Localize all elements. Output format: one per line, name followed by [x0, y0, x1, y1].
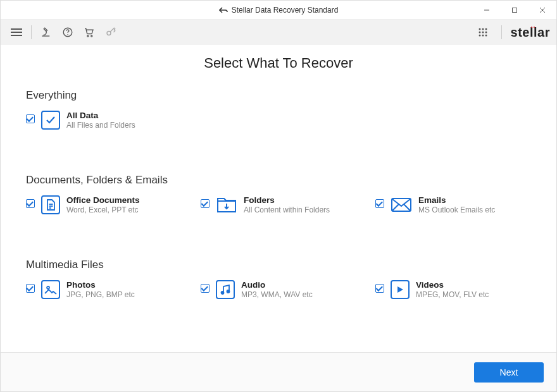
key-button[interactable] [101, 23, 120, 42]
toolbar: stellar [1, 20, 556, 45]
checkbox-all-data[interactable] [26, 114, 35, 123]
checkbox-office-documents[interactable] [26, 199, 35, 208]
svg-point-15 [485, 28, 487, 30]
svg-point-18 [485, 32, 487, 34]
svg-point-9 [67, 34, 68, 35]
item-title: All Data [66, 111, 135, 120]
svg-point-21 [485, 35, 487, 37]
checkbox-videos[interactable] [375, 284, 384, 293]
svg-point-10 [87, 35, 89, 37]
svg-point-29 [227, 290, 230, 293]
cart-icon [84, 27, 95, 38]
item-title: Folders [244, 195, 330, 205]
item-subtitle: All Content within Folders [244, 205, 330, 214]
audio-icon [216, 280, 235, 299]
svg-point-13 [479, 28, 480, 30]
section-everything: Everything All Data All Files and Folder… [26, 89, 531, 130]
item-title: Videos [416, 280, 489, 290]
maximize-button[interactable] [501, 1, 529, 19]
item-subtitle: Word, Excel, PPT etc [66, 205, 140, 214]
window-controls [473, 1, 556, 19]
file-icon [46, 199, 56, 211]
key-icon [105, 27, 116, 38]
email-icon [391, 197, 412, 213]
apps-grid-icon [478, 27, 488, 37]
svg-point-19 [479, 35, 480, 37]
check-icon [45, 115, 56, 125]
svg-rect-1 [513, 8, 517, 12]
image-icon [44, 285, 57, 295]
checkbox-emails[interactable] [375, 199, 384, 208]
item-subtitle: MP3, WMA, WAV etc [241, 290, 313, 299]
section-documents: Documents, Folders & Emails Office Docum… [26, 174, 531, 214]
footer: Next [1, 352, 556, 391]
item-subtitle: All Files and Folders [66, 121, 135, 130]
item-title: Office Documents [66, 195, 140, 205]
item-videos: Videos MPEG, MOV, FLV etc [375, 280, 531, 299]
next-button[interactable]: Next [474, 362, 544, 383]
item-subtitle: MPEG, MOV, FLV etc [416, 290, 489, 299]
checkbox-audio[interactable] [201, 284, 210, 293]
close-button[interactable] [529, 1, 556, 19]
photo-icon [41, 280, 60, 299]
svg-point-28 [222, 291, 224, 294]
svg-point-27 [47, 286, 49, 289]
item-audio: Audio MP3, WMA, WAV etc [201, 280, 356, 299]
music-icon [220, 284, 231, 295]
toolbar-divider [31, 25, 32, 39]
page-title: Select What To Recover [26, 55, 531, 71]
svg-point-16 [479, 32, 480, 34]
toolbar-divider [501, 25, 502, 39]
document-icon [41, 195, 60, 214]
cart-button[interactable] [80, 23, 99, 42]
svg-point-14 [482, 28, 484, 30]
item-office-documents: Office Documents Word, Excel, PPT etc [26, 195, 182, 214]
all-data-icon [41, 111, 60, 130]
folder-icon [216, 195, 237, 214]
item-all-data: All Data All Files and Folders [26, 111, 531, 130]
help-button[interactable] [58, 23, 77, 42]
microscope-icon [41, 27, 52, 38]
menu-button[interactable] [7, 23, 26, 42]
section-multimedia: Multimedia Files Photos JPG, PNG, BMP et… [26, 259, 531, 299]
checkbox-photos[interactable] [26, 284, 35, 293]
section-heading: Documents, Folders & Emails [26, 174, 531, 187]
section-heading: Everything [26, 89, 531, 102]
brand-logo: stellar [511, 25, 550, 40]
svg-point-20 [482, 35, 484, 37]
minimize-button[interactable] [473, 1, 501, 19]
hamburger-icon [11, 28, 22, 37]
section-heading: Multimedia Files [26, 259, 531, 271]
item-folders: Folders All Content within Folders [201, 195, 356, 214]
checkbox-folders[interactable] [201, 199, 210, 208]
item-subtitle: MS Outlook Emails etc [418, 205, 495, 214]
item-photos: Photos JPG, PNG, BMP etc [26, 280, 182, 299]
svg-point-17 [482, 32, 484, 34]
item-title: Emails [418, 195, 495, 205]
item-emails: Emails MS Outlook Emails etc [375, 195, 531, 214]
item-title: Audio [241, 280, 313, 290]
video-icon [391, 280, 410, 299]
apps-button[interactable] [473, 23, 492, 42]
content-area: Select What To Recover Everything All Da… [1, 45, 556, 352]
item-title: Photos [66, 280, 135, 290]
window-title: Stellar Data Recovery Standard [232, 6, 339, 15]
item-subtitle: JPG, PNG, BMP etc [66, 290, 135, 299]
scan-button[interactable] [37, 23, 56, 42]
svg-point-11 [91, 35, 92, 37]
help-icon [62, 27, 73, 38]
titlebar: Stellar Data Recovery Standard [1, 1, 556, 20]
play-icon [396, 285, 404, 294]
svg-point-12 [107, 32, 111, 35]
back-icon [219, 6, 228, 14]
